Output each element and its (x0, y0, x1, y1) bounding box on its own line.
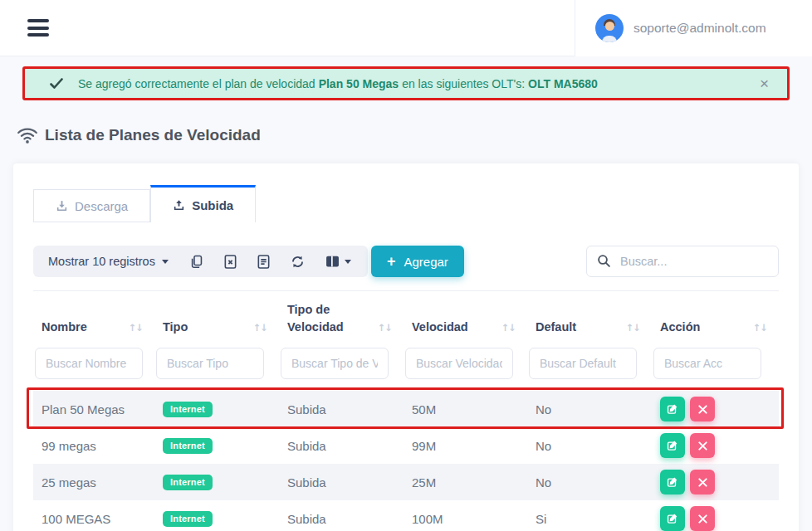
tab-subida-label: Subida (192, 198, 233, 212)
cell-velocidad: 100M (404, 512, 527, 526)
table-row[interactable]: Plan 50 Megas Internet Subida 50M No (33, 391, 779, 427)
annotation-box-alert: Se agregó correctamente el plan de veloc… (22, 66, 790, 100)
column-header-accion[interactable]: Acción↑↓ (652, 319, 779, 336)
cell-default: No (527, 402, 652, 417)
columns-visibility-icon[interactable] (325, 255, 351, 268)
delete-button[interactable] (690, 397, 715, 421)
cell-tipo-velocidad: Subida (279, 475, 404, 490)
search-icon (597, 254, 611, 268)
sort-icon[interactable]: ↑↓ (378, 321, 392, 335)
cell-default: No (527, 439, 652, 453)
page-title: Lista de Planes de Velocidad (45, 126, 261, 144)
edit-pencil-icon (667, 440, 678, 451)
alert-plan-name: Plan 50 Megas (319, 77, 399, 90)
tab-descarga[interactable]: Descarga (33, 189, 150, 222)
close-x-icon (698, 441, 707, 451)
sort-icon[interactable]: ↑↓ (753, 321, 767, 335)
delete-button[interactable] (690, 506, 715, 531)
wifi-icon (17, 125, 38, 145)
column-header-velocidad[interactable]: Velocidad↑↓ (404, 319, 527, 336)
filter-default-input[interactable] (529, 348, 637, 379)
edit-pencil-icon (667, 513, 678, 524)
tipo-badge: Internet (163, 438, 213, 454)
table-toolbar: Mostrar 10 registros (33, 246, 368, 277)
column-header-tipo[interactable]: Tipo↑↓ (154, 319, 279, 336)
plus-icon: + (387, 254, 396, 269)
cell-velocidad: 25M (404, 475, 527, 490)
download-icon (56, 200, 68, 212)
success-alert: Se agregó correctamente el plan de veloc… (22, 66, 790, 100)
cell-tipo-velocidad: Subida (279, 512, 404, 526)
alert-message: Se agregó correctamente el plan de veloc… (78, 77, 601, 90)
cell-nombre: 25 megas (33, 475, 154, 490)
filter-tipo-input[interactable] (156, 348, 264, 379)
caret-down-icon (162, 260, 169, 264)
table-filter-row (33, 344, 779, 391)
cell-tipo-velocidad: Subida (279, 439, 404, 453)
tipo-badge: Internet (163, 511, 213, 527)
filter-tipo-velocidad-input[interactable] (281, 348, 389, 379)
cell-velocidad: 99M (404, 439, 527, 453)
edit-pencil-icon (667, 476, 678, 488)
column-header-default[interactable]: Default↑↓ (527, 319, 652, 336)
delete-button[interactable] (690, 433, 715, 458)
cell-nombre: 100 MEGAS (33, 512, 154, 526)
top-header: soporte@adminolt.com (0, 0, 812, 56)
excel-export-icon[interactable] (224, 255, 237, 269)
close-x-icon (698, 405, 707, 414)
cell-default: Si (527, 512, 652, 526)
add-plan-button[interactable]: + Agregar (371, 246, 464, 277)
cell-nombre: Plan 50 Megas (33, 402, 154, 417)
tipo-badge: Internet (163, 475, 213, 490)
file-export-icon[interactable] (257, 255, 270, 269)
user-avatar (595, 14, 624, 42)
sort-icon[interactable]: ↑↓ (626, 321, 640, 335)
user-email: soporte@adminolt.com (633, 21, 766, 36)
refresh-icon[interactable] (291, 255, 305, 269)
close-x-icon (698, 514, 707, 524)
tab-descarga-label: Descarga (75, 199, 128, 213)
filter-velocidad-input[interactable] (405, 348, 513, 379)
edit-button[interactable] (660, 397, 685, 421)
alert-close-icon[interactable]: × (753, 76, 775, 91)
table-row[interactable]: 99 megas Internet Subida 99M No (33, 427, 779, 464)
tab-subida[interactable]: Subida (150, 185, 256, 222)
caret-down-icon (345, 260, 351, 264)
filter-nombre-input[interactable] (35, 348, 143, 379)
cell-default: No (527, 475, 652, 490)
plans-table: Nombre↑↓ Tipo↑↓ Tipo de Velocidad↑↓ Velo… (33, 290, 779, 531)
sort-icon[interactable]: ↑↓ (501, 321, 516, 335)
user-menu[interactable]: soporte@adminolt.com (575, 0, 812, 56)
cell-velocidad: 50M (404, 402, 527, 417)
delete-button[interactable] (690, 470, 715, 494)
edit-button[interactable] (660, 506, 685, 531)
check-icon (50, 78, 63, 90)
cell-nombre: 99 megas (33, 439, 154, 453)
table-header-row: Nombre↑↓ Tipo↑↓ Tipo de Velocidad↑↓ Velo… (33, 290, 779, 344)
plans-card: Descarga Subida Mostrar 10 registros (13, 163, 799, 531)
upload-icon (173, 199, 185, 212)
cell-tipo-velocidad: Subida (279, 402, 404, 417)
show-entries-dropdown[interactable]: Mostrar 10 registros (48, 255, 169, 268)
menu-hamburger-icon[interactable] (27, 19, 49, 37)
filter-accion-input[interactable] (653, 348, 761, 379)
show-entries-label: Mostrar 10 registros (48, 255, 155, 268)
table-row[interactable]: 25 megas Internet Subida 25M No (33, 464, 779, 500)
copy-icon[interactable] (189, 255, 203, 269)
table-row[interactable]: 100 MEGAS Internet Subida 100M Si (33, 500, 779, 531)
close-x-icon (698, 478, 707, 487)
sort-icon[interactable]: ↑↓ (253, 321, 267, 335)
edit-button[interactable] (660, 470, 685, 494)
edit-button[interactable] (660, 433, 685, 458)
alert-text-prefix: Se agregó correctamente el plan de veloc… (78, 77, 316, 90)
edit-pencil-icon (667, 403, 678, 415)
alert-olt-name: OLT MA5680 (528, 77, 598, 90)
column-header-tipo-velocidad[interactable]: Tipo de Velocidad↑↓ (279, 301, 404, 336)
global-search-input[interactable] (586, 246, 779, 277)
column-header-nombre[interactable]: Nombre↑↓ (33, 319, 154, 336)
alert-text-middle: en las siguientes OLT's: (402, 77, 525, 90)
speed-tabs: Descarga Subida (33, 185, 779, 222)
sort-icon[interactable]: ↑↓ (129, 321, 143, 335)
tipo-badge: Internet (163, 402, 213, 417)
add-plan-label: Agregar (404, 255, 448, 269)
